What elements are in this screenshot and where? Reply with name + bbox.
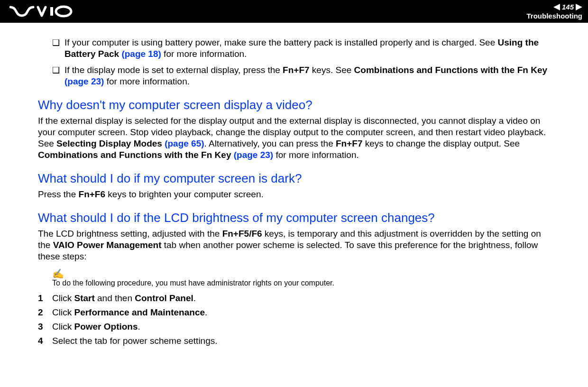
bullet-text: If your computer is using battery power,… [64, 37, 550, 60]
text-fragment: Click [52, 293, 74, 303]
text-fragment: and then [95, 293, 135, 303]
svg-point-1 [56, 7, 71, 16]
text-bold: Fn+F7 [283, 65, 309, 75]
next-page-arrow-icon[interactable] [576, 4, 582, 10]
vaio-logo [9, 5, 76, 18]
text-fragment: keys to change the display output. See [362, 138, 520, 148]
step-number: 2 [38, 307, 52, 318]
text-bold: Combinations and Functions with the Fn K… [354, 65, 547, 75]
text-bold: Fn+F5/F6 [222, 229, 262, 239]
faq-answer: The LCD brightness setting, adjusted wit… [38, 228, 550, 262]
bullet-marker-icon: ❑ [52, 64, 64, 87]
text-fragment: The LCD brightness setting, adjusted wit… [38, 229, 222, 239]
header-right: 145 Troubleshooting [527, 3, 583, 20]
text-fragment: . [205, 307, 207, 317]
page-ref-link[interactable]: (page 23) [234, 150, 273, 160]
text-fragment: for more information. [161, 49, 247, 59]
text-bold: Fn+F7 [336, 138, 362, 148]
step-text: Click Power Options. [52, 321, 140, 332]
text-fragment: . Alternatively, you can press the [204, 138, 336, 148]
step-number: 3 [38, 321, 52, 332]
page-ref-link[interactable]: (page 65) [165, 138, 204, 148]
text-fragment: keys. See [310, 65, 354, 75]
step-item: 4 Select the tab for power scheme settin… [38, 335, 550, 347]
text-fragment: . [138, 322, 140, 332]
text-bold: Power Options [74, 322, 138, 332]
text-bold: Control Panel [135, 293, 193, 303]
text-fragment: If the display mode is set to external d… [64, 65, 283, 75]
step-number: 1 [38, 293, 52, 304]
svg-rect-0 [50, 7, 53, 16]
step-item: 3 Click Power Options. [38, 321, 550, 332]
vaio-logo-svg [9, 5, 76, 18]
text-fragment: Click [52, 322, 74, 332]
page-nav: 145 [553, 3, 582, 11]
text-bold: Selecting Display Modes [56, 138, 165, 148]
text-bold: Start [74, 293, 94, 303]
step-text: Click Start and then Control Panel. [52, 293, 196, 304]
note-block: ✍ To do the following procedure, you mus… [38, 269, 550, 288]
faq-heading: What should I do if the LCD brightness o… [38, 211, 550, 225]
bullet-item: ❑ If the display mode is set to external… [38, 64, 550, 87]
page-ref-link[interactable]: (page 18) [121, 49, 161, 59]
prev-page-arrow-icon[interactable] [553, 4, 560, 10]
page-number: 145 [562, 3, 574, 11]
step-text: Select the tab for power scheme settings… [52, 335, 218, 347]
text-fragment: keys to brighten your computer screen. [105, 189, 264, 199]
step-text: Click Performance and Maintenance. [52, 307, 207, 318]
faq-heading: Why doesn't my computer screen display a… [38, 98, 550, 112]
section-title: Troubleshooting [527, 12, 583, 20]
text-bold: Combinations and Functions with the Fn K… [38, 150, 234, 160]
bullet-marker-icon: ❑ [52, 37, 64, 60]
text-fragment: for more information. [104, 76, 190, 86]
page-ref-link[interactable]: (page 23) [64, 76, 104, 86]
text-fragment: . [193, 293, 196, 303]
faq-answer: If the external display is selected for … [38, 115, 550, 161]
faq-answer: Press the Fn+F6 keys to brighten your co… [38, 189, 550, 200]
step-item: 2 Click Performance and Maintenance. [38, 307, 550, 318]
bullet-text: If the display mode is set to external d… [64, 64, 550, 87]
faq-heading: What should I do if my computer screen i… [38, 171, 550, 186]
note-text: To do the following procedure, you must … [52, 278, 550, 288]
text-fragment: Click [52, 307, 74, 317]
header-bar: 145 Troubleshooting [0, 0, 588, 23]
step-item: 1 Click Start and then Control Panel. [38, 293, 550, 304]
bullet-item: ❑ If your computer is using battery powe… [38, 37, 550, 60]
content-area: ❑ If your computer is using battery powe… [0, 23, 588, 359]
text-bold: Fn+F6 [79, 189, 105, 199]
text-fragment: for more information. [273, 150, 359, 160]
text-bold: Performance and Maintenance [74, 307, 205, 317]
text-fragment: If your computer is using battery power,… [64, 37, 498, 47]
note-icon: ✍ [52, 269, 550, 278]
text-bold: VAIO Power Management [53, 240, 162, 250]
step-number: 4 [38, 335, 52, 347]
text-fragment: Press the [38, 189, 79, 199]
